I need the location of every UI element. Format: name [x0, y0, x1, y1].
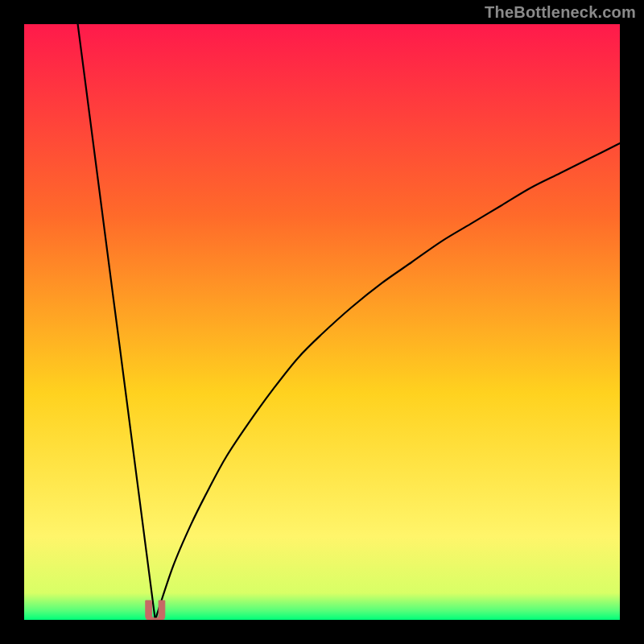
plot-area — [24, 24, 620, 620]
bottleneck-plot — [24, 24, 620, 620]
chart-frame: TheBottleneck.com — [0, 0, 644, 644]
attribution-text: TheBottleneck.com — [485, 3, 636, 22]
gradient-background — [24, 24, 620, 620]
